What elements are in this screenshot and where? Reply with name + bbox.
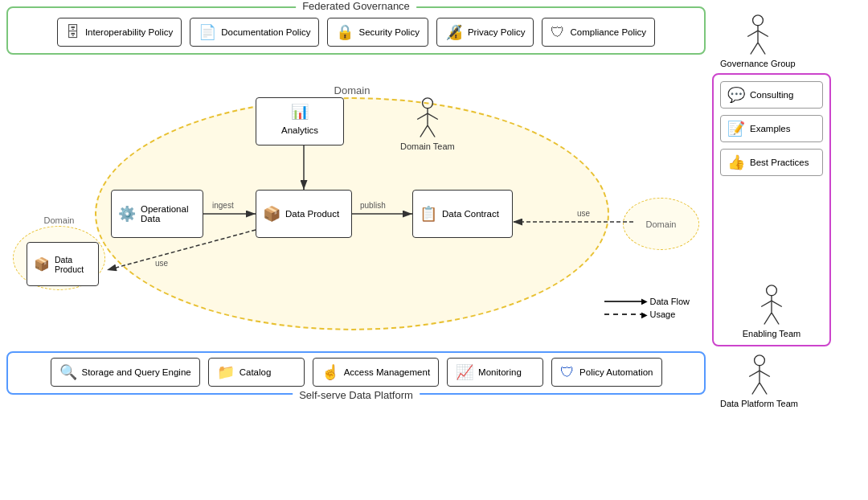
- data-product-center-box: 📦 Data Product: [256, 190, 352, 238]
- operational-data-box: ⚙️ Operational Data: [111, 190, 203, 238]
- monitoring-box: 📈 Monitoring: [447, 358, 543, 387]
- usage-legend: ▶ Usage: [604, 309, 690, 319]
- policy-automation-icon: 🛡: [560, 364, 575, 381]
- svg-line-23: [764, 313, 772, 325]
- storage-label: Storage and Query Engine: [82, 367, 191, 377]
- svg-line-29: [751, 383, 759, 395]
- storage-icon: 🔍: [59, 363, 77, 381]
- data-product-left-label: Data Product: [55, 255, 92, 274]
- best-practices-label: Best Practices: [750, 158, 809, 167]
- data-flow-line: ▶: [604, 301, 645, 302]
- enabling-figure-label: Enabling Team: [743, 329, 801, 338]
- analytics-label: Analytics: [281, 125, 318, 135]
- monitoring-label: Monitoring: [478, 367, 522, 377]
- examples-label: Examples: [750, 124, 791, 133]
- domain-team-stick-svg: [411, 97, 444, 141]
- interoperability-policy: 🗄 Interoperability Policy: [57, 18, 182, 47]
- domain-team-label: Domain Team: [400, 141, 455, 151]
- data-product-center-label: Data Product: [285, 209, 339, 219]
- privacy-label: Privacy Policy: [468, 27, 526, 37]
- compliance-policy: 🛡 Compliance Policy: [542, 18, 655, 47]
- storage-box: 🔍 Storage and Query Engine: [51, 358, 200, 387]
- data-product-left-box: 📦 Data Product: [27, 242, 99, 286]
- svg-line-2: [747, 31, 758, 36]
- top-row: Federated Governance 🗄 Interoperability …: [6, 6, 862, 68]
- best-practices-icon: 👍: [727, 154, 745, 171]
- svg-line-5: [758, 43, 765, 55]
- governance-figure-label: Governance Group: [720, 59, 796, 68]
- usage-label: Usage: [649, 309, 675, 319]
- svg-line-10: [420, 125, 428, 137]
- examples-icon: 📝: [727, 120, 745, 137]
- governance-section: Federated Governance 🗄 Interoperability …: [6, 6, 706, 55]
- domain-ellipse-label: Domain: [334, 84, 371, 96]
- domain-left-label: Domain: [44, 215, 75, 225]
- platform-label: Self-serve Data Platform: [293, 389, 420, 401]
- platform-figure-label: Data Platform Team: [720, 399, 798, 408]
- policy-automation-box: 🛡 Policy Automation: [551, 358, 661, 387]
- catalog-icon: 📁: [217, 363, 235, 381]
- svg-line-11: [428, 125, 435, 137]
- governance-stick-figure: [742, 14, 774, 59]
- usage-line: ▶: [604, 314, 645, 315]
- governance-items: 🗄 Interoperability Policy 📄 Documentatio…: [16, 18, 696, 47]
- interoperability-label: Interoperability Policy: [85, 27, 173, 37]
- security-icon: 🔒: [336, 23, 354, 41]
- privacy-policy: 🔏 Privacy Policy: [436, 18, 534, 47]
- data-product-left-icon: 📦: [34, 256, 50, 272]
- catalog-box: 📁 Catalog: [208, 358, 305, 387]
- access-label: Access Management: [344, 367, 430, 377]
- data-flow-legend: ▶ Data Flow: [604, 297, 690, 306]
- platform-stick-svg: [743, 355, 776, 399]
- security-policy: 🔒 Security Policy: [327, 18, 428, 47]
- operational-label: Operational Data: [141, 204, 196, 223]
- privacy-icon: 🔏: [445, 23, 463, 41]
- svg-line-3: [758, 31, 768, 36]
- compliance-icon: 🛡: [551, 24, 565, 41]
- enabling-figure: Enabling Team: [720, 285, 823, 338]
- svg-point-0: [752, 15, 763, 26]
- enabling-panel: 💬 Consulting 📝 Examples 👍 Best Practices: [712, 73, 831, 346]
- operational-icon: ⚙️: [118, 205, 136, 223]
- main-container: Federated Governance 🗄 Interoperability …: [0, 0, 868, 500]
- flow-legend: ▶ Data Flow ▶ Usage: [604, 297, 690, 322]
- bottom-row: 🔍 Storage and Query Engine 📁 Catalog ☝ A…: [6, 351, 862, 408]
- svg-point-25: [754, 355, 764, 366]
- data-product-center-icon: 📦: [263, 205, 280, 223]
- platform-figure: Data Platform Team: [720, 355, 798, 408]
- domain-main: Domain Domain Domain 📊 Analytics ⚙️ Oper…: [6, 73, 706, 346]
- domain-right-label: Domain: [646, 219, 677, 229]
- governance-label: Federated Governance: [296, 0, 416, 12]
- svg-line-27: [749, 371, 760, 376]
- security-label: Security Policy: [358, 27, 419, 37]
- documentation-policy: 📄 Documentation Policy: [190, 18, 319, 47]
- svg-point-6: [422, 98, 432, 109]
- consulting-label: Consulting: [750, 90, 793, 100]
- access-management-box: ☝ Access Management: [313, 358, 439, 387]
- svg-line-24: [772, 313, 779, 325]
- small-domain-right: Domain: [623, 198, 699, 250]
- svg-point-19: [767, 285, 777, 296]
- platform-section: 🔍 Storage and Query Engine 📁 Catalog ☝ A…: [6, 351, 706, 395]
- enabling-stick-svg: [755, 285, 788, 329]
- data-contract-box: 📋 Data Contract: [412, 190, 513, 238]
- catalog-label: Catalog: [240, 367, 272, 377]
- compliance-label: Compliance Policy: [570, 27, 646, 37]
- examples-box: 📝 Examples: [720, 115, 823, 142]
- consulting-box: 💬 Consulting: [720, 81, 823, 109]
- best-practices-box: 👍 Best Practices: [720, 149, 823, 176]
- governance-figure: Governance Group: [720, 14, 796, 68]
- domain-team-figure: Domain Team: [400, 97, 455, 151]
- documentation-icon: 📄: [199, 23, 216, 41]
- svg-line-9: [428, 113, 438, 119]
- analytics-icon: 📊: [291, 103, 309, 121]
- policy-automation-label: Policy Automation: [579, 367, 653, 377]
- interoperability-icon: 🗄: [66, 24, 80, 41]
- consulting-icon: 💬: [727, 86, 745, 104]
- access-icon: ☝: [321, 363, 339, 381]
- svg-line-8: [417, 113, 428, 119]
- middle-row: Domain Domain Domain 📊 Analytics ⚙️ Oper…: [6, 73, 862, 346]
- platform-items: 🔍 Storage and Query Engine 📁 Catalog ☝ A…: [16, 358, 696, 387]
- data-flow-label: Data Flow: [649, 297, 690, 306]
- analytics-box: 📊 Analytics: [256, 97, 344, 145]
